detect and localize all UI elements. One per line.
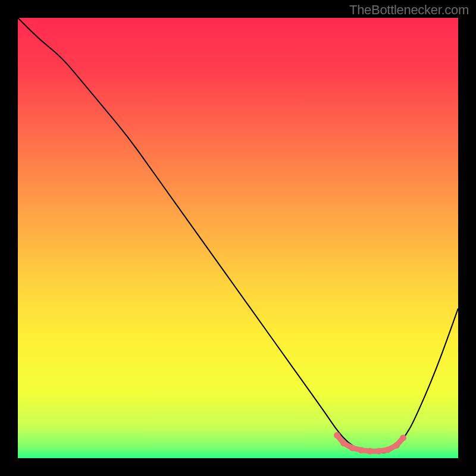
flat-zone-dot xyxy=(384,446,391,453)
plot-area xyxy=(18,18,458,458)
attribution-text: TheBottlenecker.com xyxy=(349,2,469,18)
bottleneck-chart xyxy=(18,18,458,458)
chart-stage: TheBottlenecker.com xyxy=(0,0,476,476)
flat-zone-dot xyxy=(367,448,374,455)
flat-zone-dot xyxy=(400,434,406,441)
flat-zone-dot xyxy=(393,442,400,449)
flat-zone-dot xyxy=(358,447,365,453)
flat-zone-dot xyxy=(340,440,347,446)
flat-zone-dot xyxy=(375,448,382,455)
flat-zone-dot xyxy=(349,444,356,451)
flat-zone-dot xyxy=(334,432,340,439)
